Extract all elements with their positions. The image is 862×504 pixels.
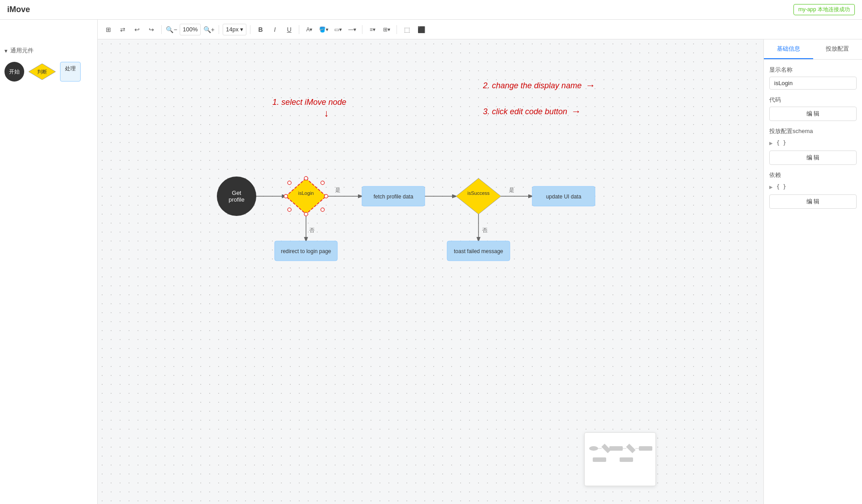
svg-point-17 (304, 212, 308, 216)
svg-text:toast failed message: toast failed message (454, 248, 503, 254)
deps-edit-btn[interactable]: 编 辑 (769, 194, 857, 209)
svg-text:否: 否 (482, 227, 487, 233)
svg-text:Get: Get (232, 190, 241, 196)
node-isSuccess (456, 178, 501, 214)
svg-text:profile: profile (228, 196, 244, 203)
deploy-schema-label: 投放配置schema (769, 127, 857, 135)
arrows-btn[interactable]: ⇄ (116, 23, 129, 36)
sidebar-node-decision[interactable]: 判断 (29, 64, 56, 80)
bold-btn[interactable]: B (254, 23, 267, 36)
chevron-down-icon: ▾ (4, 47, 8, 54)
deps-code: { } (776, 182, 786, 192)
svg-point-21 (321, 208, 324, 211)
display-name-label: 显示名称 (769, 66, 857, 74)
main-layout: ▾ 通用元件 开始 判断 处理 (0, 39, 862, 504)
svg-text:fetch profile data: fetch profile data (374, 194, 414, 200)
step1-annotation: 1. select iMove node ↓ (272, 98, 346, 107)
right-panel-tabs: 基础信息 投放配置 (764, 39, 862, 60)
svg-text:isLogin: isLogin (298, 190, 314, 196)
svg-point-14 (284, 194, 288, 198)
display-name-input[interactable] (769, 77, 857, 90)
svg-rect-27 (589, 446, 598, 451)
divider2 (219, 25, 219, 34)
divider5 (362, 25, 362, 34)
step2-annotation: 2. change the display name → (483, 80, 595, 91)
border-color-btn[interactable]: ▭▾ (332, 23, 344, 36)
sidebar: ▾ 通用元件 开始 判断 处理 (0, 39, 98, 504)
zoom-out-btn[interactable]: 🔍− (165, 23, 178, 36)
sidebar-node-start[interactable]: 开始 (4, 62, 24, 82)
deploy-schema-edit-btn[interactable]: 编 辑 (769, 151, 857, 165)
svg-rect-30 (609, 446, 623, 451)
sidebar-section-header[interactable]: ▾ 通用元件 (4, 44, 93, 57)
deps-code-row: ▶ { } (769, 182, 857, 192)
italic-btn[interactable]: I (268, 23, 281, 36)
sidebar-node-decision-wrapper: 判断 (29, 62, 56, 82)
deploy-schema-code: { } (776, 138, 786, 148)
align-btn[interactable]: ≡▾ (366, 23, 379, 36)
app-title: iMove (7, 5, 30, 14)
svg-rect-35 (593, 457, 606, 462)
divider4 (299, 25, 299, 34)
deps-expand-icon: ▶ (769, 185, 773, 190)
divider1 (161, 25, 162, 34)
deploy-schema-code-row: ▶ { } (769, 138, 857, 148)
code-label: 代码 (769, 96, 857, 104)
divider3 (250, 25, 250, 34)
svg-rect-34 (639, 446, 652, 451)
font-size-selector[interactable]: 14px ▾ (223, 24, 246, 35)
step1-arrow: ↓ (324, 108, 329, 119)
sidebar-section-label: 通用元件 (10, 47, 34, 55)
undo-btn[interactable]: ↩ (131, 23, 143, 36)
step2-arrow: → (585, 80, 595, 91)
font-color-btn[interactable]: A▾ (303, 23, 315, 36)
svg-rect-32 (626, 444, 635, 453)
svg-text:update UI data: update UI data (546, 194, 582, 200)
fill-color-btn[interactable]: 🪣▾ (317, 23, 330, 36)
step3-arrow: → (571, 106, 581, 117)
svg-rect-36 (620, 457, 633, 462)
flow-diagram: 是 否 是 否 Get profile isLogin (214, 147, 617, 326)
zoom-in-btn[interactable]: 🔍+ (203, 23, 215, 36)
connection-badge: my-app 本地连接成功 (793, 4, 855, 15)
header: iMove my-app 本地连接成功 (0, 0, 862, 20)
grid-btn[interactable]: ⊞ (102, 23, 115, 36)
stroke-btn[interactable]: —▾ (346, 23, 358, 36)
svg-text:是: 是 (509, 187, 514, 193)
redo-btn[interactable]: ↪ (145, 23, 158, 36)
svg-point-20 (288, 208, 291, 211)
step3-annotation: 3. click edit code button → (483, 106, 581, 117)
node-isLogin (286, 178, 326, 214)
deps-label: 依赖 (769, 171, 857, 179)
svg-text:redirect to login page: redirect to login page (281, 248, 331, 254)
divider6 (397, 25, 397, 34)
sidebar-node-process[interactable]: 处理 (60, 62, 81, 82)
svg-point-18 (288, 181, 291, 185)
mini-map (584, 432, 656, 486)
right-panel: 基础信息 投放配置 显示名称 代码 编 辑 投放配置schema ▶ { } 编… (763, 39, 862, 504)
ungroup-btn[interactable]: ⬛ (415, 23, 427, 36)
distribute-btn[interactable]: ⊞▾ (380, 23, 393, 36)
mini-map-svg (585, 433, 655, 486)
right-panel-body: 显示名称 代码 编 辑 投放配置schema ▶ { } 编 辑 依赖 ▶ { … (764, 60, 862, 504)
svg-point-15 (324, 194, 328, 198)
code-edit-btn[interactable]: 编 辑 (769, 107, 857, 121)
toolbar: ⊞ ⇄ ↩ ↪ 🔍− 100% 🔍+ 14px ▾ B I U A▾ 🪣▾ ▭▾… (98, 23, 862, 36)
tab-deploy[interactable]: 投放配置 (813, 39, 862, 59)
tab-basic[interactable]: 基础信息 (764, 39, 813, 59)
svg-point-19 (321, 181, 324, 185)
svg-text:否: 否 (309, 227, 315, 233)
svg-text:是: 是 (335, 187, 340, 193)
underline-btn[interactable]: U (283, 23, 295, 36)
svg-text:isSuccess: isSuccess (467, 190, 490, 196)
canvas[interactable]: 是 否 是 否 Get profile isLogin (98, 39, 763, 504)
svg-point-16 (304, 177, 308, 180)
zoom-level[interactable]: 100% (180, 24, 201, 35)
expand-icon: ▶ (769, 141, 773, 146)
sidebar-nodes: 开始 判断 处理 (4, 57, 93, 86)
group-btn[interactable]: ⬚ (401, 23, 413, 36)
